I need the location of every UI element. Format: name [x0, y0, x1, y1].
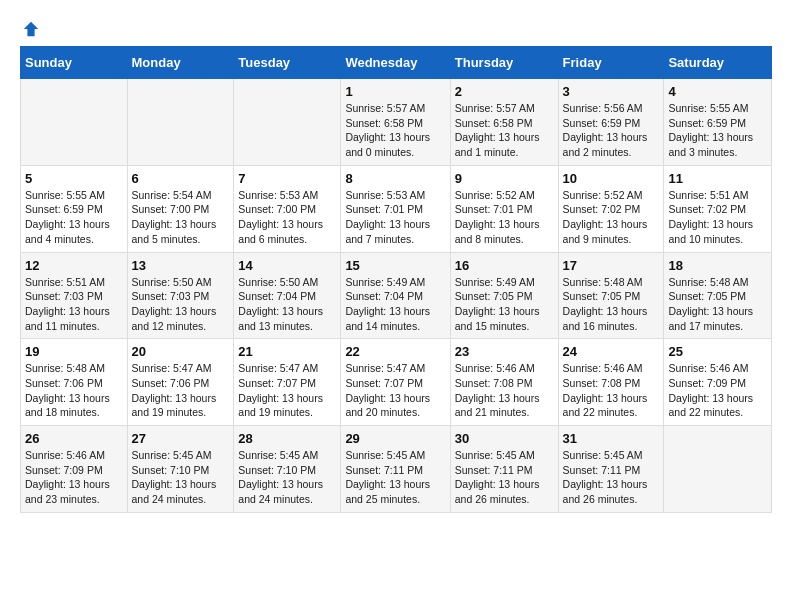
calendar-cell	[234, 79, 341, 166]
calendar-cell: 18Sunrise: 5:48 AM Sunset: 7:05 PM Dayli…	[664, 252, 772, 339]
svg-marker-0	[24, 22, 38, 36]
day-info: Sunrise: 5:46 AM Sunset: 7:09 PM Dayligh…	[25, 448, 123, 507]
calendar-cell: 19Sunrise: 5:48 AM Sunset: 7:06 PM Dayli…	[21, 339, 128, 426]
day-number: 3	[563, 84, 660, 99]
calendar-cell: 29Sunrise: 5:45 AM Sunset: 7:11 PM Dayli…	[341, 426, 450, 513]
day-info: Sunrise: 5:53 AM Sunset: 7:00 PM Dayligh…	[238, 188, 336, 247]
calendar-cell: 13Sunrise: 5:50 AM Sunset: 7:03 PM Dayli…	[127, 252, 234, 339]
day-info: Sunrise: 5:55 AM Sunset: 6:59 PM Dayligh…	[25, 188, 123, 247]
day-number: 28	[238, 431, 336, 446]
day-header-sunday: Sunday	[21, 47, 128, 79]
day-number: 6	[132, 171, 230, 186]
calendar-week-1: 1Sunrise: 5:57 AM Sunset: 6:58 PM Daylig…	[21, 79, 772, 166]
day-info: Sunrise: 5:54 AM Sunset: 7:00 PM Dayligh…	[132, 188, 230, 247]
calendar-cell: 11Sunrise: 5:51 AM Sunset: 7:02 PM Dayli…	[664, 165, 772, 252]
day-info: Sunrise: 5:51 AM Sunset: 7:03 PM Dayligh…	[25, 275, 123, 334]
calendar-cell: 20Sunrise: 5:47 AM Sunset: 7:06 PM Dayli…	[127, 339, 234, 426]
day-header-tuesday: Tuesday	[234, 47, 341, 79]
calendar-cell	[127, 79, 234, 166]
day-info: Sunrise: 5:49 AM Sunset: 7:04 PM Dayligh…	[345, 275, 445, 334]
page-header	[20, 20, 772, 38]
calendar-cell: 2Sunrise: 5:57 AM Sunset: 6:58 PM Daylig…	[450, 79, 558, 166]
day-header-monday: Monday	[127, 47, 234, 79]
day-info: Sunrise: 5:48 AM Sunset: 7:06 PM Dayligh…	[25, 361, 123, 420]
calendar-header: SundayMondayTuesdayWednesdayThursdayFrid…	[21, 47, 772, 79]
day-info: Sunrise: 5:46 AM Sunset: 7:09 PM Dayligh…	[668, 361, 767, 420]
day-number: 7	[238, 171, 336, 186]
day-info: Sunrise: 5:45 AM Sunset: 7:10 PM Dayligh…	[238, 448, 336, 507]
calendar-cell: 12Sunrise: 5:51 AM Sunset: 7:03 PM Dayli…	[21, 252, 128, 339]
day-number: 10	[563, 171, 660, 186]
day-header-wednesday: Wednesday	[341, 47, 450, 79]
calendar-cell: 5Sunrise: 5:55 AM Sunset: 6:59 PM Daylig…	[21, 165, 128, 252]
day-number: 4	[668, 84, 767, 99]
calendar-cell: 16Sunrise: 5:49 AM Sunset: 7:05 PM Dayli…	[450, 252, 558, 339]
day-header-friday: Friday	[558, 47, 664, 79]
logo	[20, 20, 40, 38]
day-info: Sunrise: 5:53 AM Sunset: 7:01 PM Dayligh…	[345, 188, 445, 247]
day-number: 23	[455, 344, 554, 359]
day-header-saturday: Saturday	[664, 47, 772, 79]
calendar-cell: 1Sunrise: 5:57 AM Sunset: 6:58 PM Daylig…	[341, 79, 450, 166]
day-number: 26	[25, 431, 123, 446]
calendar-cell: 24Sunrise: 5:46 AM Sunset: 7:08 PM Dayli…	[558, 339, 664, 426]
day-info: Sunrise: 5:52 AM Sunset: 7:01 PM Dayligh…	[455, 188, 554, 247]
calendar-cell	[664, 426, 772, 513]
day-number: 17	[563, 258, 660, 273]
day-info: Sunrise: 5:52 AM Sunset: 7:02 PM Dayligh…	[563, 188, 660, 247]
day-number: 1	[345, 84, 445, 99]
calendar-cell: 21Sunrise: 5:47 AM Sunset: 7:07 PM Dayli…	[234, 339, 341, 426]
calendar-table: SundayMondayTuesdayWednesdayThursdayFrid…	[20, 46, 772, 513]
calendar-cell: 14Sunrise: 5:50 AM Sunset: 7:04 PM Dayli…	[234, 252, 341, 339]
day-number: 27	[132, 431, 230, 446]
day-info: Sunrise: 5:57 AM Sunset: 6:58 PM Dayligh…	[455, 101, 554, 160]
day-info: Sunrise: 5:47 AM Sunset: 7:06 PM Dayligh…	[132, 361, 230, 420]
day-number: 31	[563, 431, 660, 446]
day-number: 11	[668, 171, 767, 186]
calendar-cell: 17Sunrise: 5:48 AM Sunset: 7:05 PM Dayli…	[558, 252, 664, 339]
calendar-week-2: 5Sunrise: 5:55 AM Sunset: 6:59 PM Daylig…	[21, 165, 772, 252]
calendar-cell: 15Sunrise: 5:49 AM Sunset: 7:04 PM Dayli…	[341, 252, 450, 339]
calendar-cell: 28Sunrise: 5:45 AM Sunset: 7:10 PM Dayli…	[234, 426, 341, 513]
calendar-cell: 10Sunrise: 5:52 AM Sunset: 7:02 PM Dayli…	[558, 165, 664, 252]
day-info: Sunrise: 5:46 AM Sunset: 7:08 PM Dayligh…	[563, 361, 660, 420]
day-info: Sunrise: 5:57 AM Sunset: 6:58 PM Dayligh…	[345, 101, 445, 160]
calendar-week-4: 19Sunrise: 5:48 AM Sunset: 7:06 PM Dayli…	[21, 339, 772, 426]
day-number: 25	[668, 344, 767, 359]
calendar-week-5: 26Sunrise: 5:46 AM Sunset: 7:09 PM Dayli…	[21, 426, 772, 513]
calendar-cell: 3Sunrise: 5:56 AM Sunset: 6:59 PM Daylig…	[558, 79, 664, 166]
day-number: 16	[455, 258, 554, 273]
calendar-cell: 22Sunrise: 5:47 AM Sunset: 7:07 PM Dayli…	[341, 339, 450, 426]
calendar-cell: 31Sunrise: 5:45 AM Sunset: 7:11 PM Dayli…	[558, 426, 664, 513]
day-info: Sunrise: 5:55 AM Sunset: 6:59 PM Dayligh…	[668, 101, 767, 160]
day-number: 22	[345, 344, 445, 359]
day-info: Sunrise: 5:56 AM Sunset: 6:59 PM Dayligh…	[563, 101, 660, 160]
day-number: 13	[132, 258, 230, 273]
calendar-cell: 27Sunrise: 5:45 AM Sunset: 7:10 PM Dayli…	[127, 426, 234, 513]
calendar-cell: 4Sunrise: 5:55 AM Sunset: 6:59 PM Daylig…	[664, 79, 772, 166]
day-info: Sunrise: 5:47 AM Sunset: 7:07 PM Dayligh…	[238, 361, 336, 420]
day-info: Sunrise: 5:45 AM Sunset: 7:11 PM Dayligh…	[455, 448, 554, 507]
day-number: 12	[25, 258, 123, 273]
calendar-cell: 9Sunrise: 5:52 AM Sunset: 7:01 PM Daylig…	[450, 165, 558, 252]
day-number: 24	[563, 344, 660, 359]
calendar-cell	[21, 79, 128, 166]
day-info: Sunrise: 5:47 AM Sunset: 7:07 PM Dayligh…	[345, 361, 445, 420]
day-number: 20	[132, 344, 230, 359]
day-number: 14	[238, 258, 336, 273]
calendar-cell: 7Sunrise: 5:53 AM Sunset: 7:00 PM Daylig…	[234, 165, 341, 252]
day-number: 18	[668, 258, 767, 273]
day-info: Sunrise: 5:50 AM Sunset: 7:04 PM Dayligh…	[238, 275, 336, 334]
day-number: 21	[238, 344, 336, 359]
calendar-cell: 6Sunrise: 5:54 AM Sunset: 7:00 PM Daylig…	[127, 165, 234, 252]
calendar-cell: 25Sunrise: 5:46 AM Sunset: 7:09 PM Dayli…	[664, 339, 772, 426]
calendar-cell: 30Sunrise: 5:45 AM Sunset: 7:11 PM Dayli…	[450, 426, 558, 513]
day-number: 15	[345, 258, 445, 273]
calendar-week-3: 12Sunrise: 5:51 AM Sunset: 7:03 PM Dayli…	[21, 252, 772, 339]
day-info: Sunrise: 5:48 AM Sunset: 7:05 PM Dayligh…	[563, 275, 660, 334]
day-number: 19	[25, 344, 123, 359]
day-number: 2	[455, 84, 554, 99]
day-number: 9	[455, 171, 554, 186]
day-number: 29	[345, 431, 445, 446]
day-info: Sunrise: 5:48 AM Sunset: 7:05 PM Dayligh…	[668, 275, 767, 334]
